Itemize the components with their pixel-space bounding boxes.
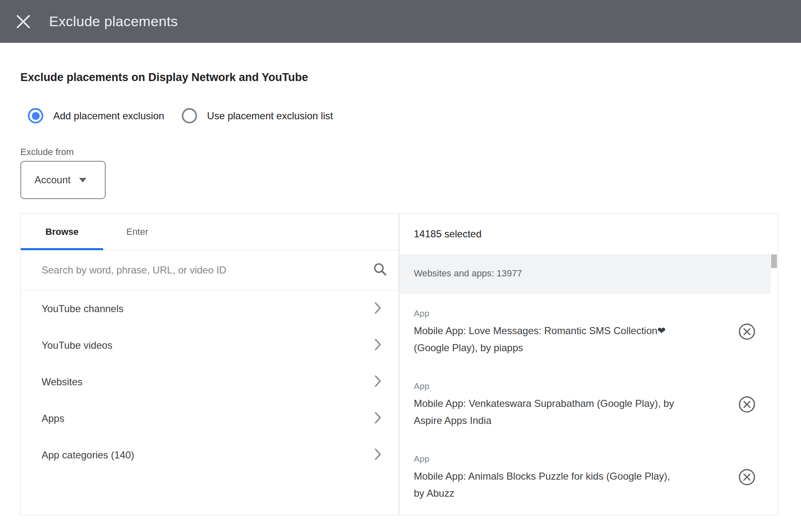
selected-placement-item: App Mobile App: Venkateswara Suprabatham… <box>400 366 778 439</box>
placement-title: Mobile App: Venkateswara Suprabatham (Go… <box>414 395 730 429</box>
placement-type-label: App <box>414 381 732 391</box>
category-label: Apps <box>42 413 64 424</box>
close-icon <box>16 14 31 29</box>
browse-enter-tabs: Browse Enter <box>21 214 398 250</box>
category-youtube-channels[interactable]: YouTube channels <box>21 291 398 327</box>
remove-placement-button[interactable] <box>738 323 756 340</box>
placement-type-label: App <box>414 308 732 318</box>
exclusion-mode-radio-group: Add placement exclusion Use placement ex… <box>20 108 801 123</box>
placement-title: Mobile App: Animals Blocks Puzzle for ki… <box>414 468 730 502</box>
placement-picker: Browse Enter YouTube channels <box>20 213 778 515</box>
remove-circle-x-icon <box>738 323 756 340</box>
selected-placements-panel: 14185 selected Websites and apps: 13977 … <box>399 213 778 515</box>
category-label: YouTube videos <box>42 340 112 351</box>
remove-circle-x-icon <box>738 468 756 486</box>
selected-count: 14185 selected <box>400 214 778 254</box>
dropdown-selected-value: Account <box>35 174 71 186</box>
category-apps[interactable]: Apps <box>21 400 398 437</box>
tab-enter[interactable]: Enter <box>103 214 171 250</box>
radio-add-placement-exclusion[interactable]: Add placement exclusion <box>28 108 164 123</box>
chevron-right-icon <box>374 411 382 426</box>
tab-browse[interactable]: Browse <box>21 214 103 250</box>
placement-title-line: by Abuzz <box>414 485 730 502</box>
search-input[interactable] <box>42 258 366 283</box>
group-header-websites-and-apps: Websites and apps: 13977 <box>400 254 771 293</box>
placement-title-line: Mobile App: Love Messages: Romantic SMS … <box>414 322 730 339</box>
dialog-title: Exclude placements <box>49 13 178 30</box>
radio-use-placement-exclusion-list[interactable]: Use placement exclusion list <box>182 108 333 123</box>
placement-type-label: App <box>414 454 732 464</box>
selected-placement-item: App Mobile App: Animals Blocks Puzzle fo… <box>400 439 778 512</box>
search-icon[interactable] <box>373 262 388 278</box>
placement-title-line: (Google Play), by piapps <box>414 339 730 356</box>
remove-placement-button[interactable] <box>738 468 756 486</box>
radio-selected-icon[interactable] <box>28 108 43 123</box>
dialog-body: Exclude placements on Display Network an… <box>0 71 801 515</box>
placement-title: Mobile App: Love Messages: Romantic SMS … <box>414 322 730 356</box>
category-app-categories[interactable]: App categories (140) <box>21 437 398 473</box>
chevron-right-icon <box>374 448 382 462</box>
page-title: Exclude placements on Display Network an… <box>20 71 801 84</box>
exclude-from-label: Exclude from <box>20 147 801 158</box>
chevron-right-icon <box>374 375 382 389</box>
exclude-from-dropdown[interactable]: Account <box>20 161 106 199</box>
radio-label: Use placement exclusion list <box>207 110 333 122</box>
remove-circle-x-icon <box>738 396 756 413</box>
placement-search-row <box>21 250 398 291</box>
category-label: Websites <box>42 376 82 388</box>
category-label: YouTube channels <box>42 303 124 315</box>
placement-title-line: Mobile App: Animals Blocks Puzzle for ki… <box>414 468 730 485</box>
chevron-right-icon <box>374 302 382 316</box>
browse-panel: Browse Enter YouTube channels <box>20 213 399 515</box>
radio-unselected-icon[interactable] <box>182 108 197 123</box>
placement-title-line: Mobile App: Venkateswara Suprabatham (Go… <box>414 395 730 412</box>
dialog-header: Exclude placements <box>0 0 801 43</box>
radio-label: Add placement exclusion <box>53 110 164 122</box>
category-websites[interactable]: Websites <box>21 364 398 400</box>
selected-placement-item: App Mobile App: Love Messages: Romantic … <box>400 293 778 366</box>
category-label: App categories (140) <box>42 449 134 461</box>
scrollbar-thumb[interactable] <box>771 254 777 268</box>
close-button[interactable] <box>14 12 32 31</box>
caret-down-icon <box>79 178 87 182</box>
placement-title-line: Aspire Apps India <box>414 412 730 429</box>
chevron-right-icon <box>374 338 382 352</box>
remove-placement-button[interactable] <box>738 396 756 413</box>
category-youtube-videos[interactable]: YouTube videos <box>21 327 398 364</box>
selected-placements-list: Websites and apps: 13977 App Mobile App:… <box>400 254 778 515</box>
